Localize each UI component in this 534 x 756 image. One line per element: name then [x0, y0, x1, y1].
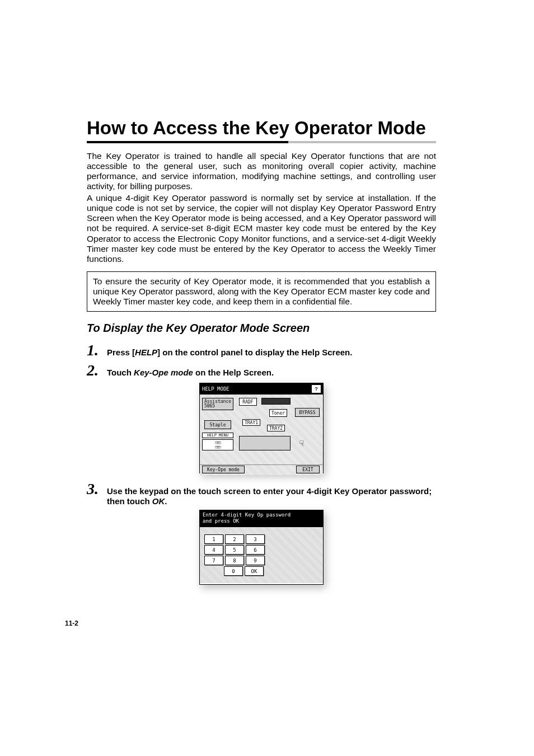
- page-title: How to Access the Key Operator Mode: [87, 118, 436, 139]
- keypad-3[interactable]: 3: [246, 534, 265, 544]
- help-menu-label: HELP MENU: [202, 433, 233, 438]
- step-1-post: ] on the control panel to display the He…: [157, 348, 352, 357]
- step-1-text: Press [HELP] on the control panel to dis…: [107, 348, 436, 358]
- paragraph-intro-2: A unique 4-digit Key Operator password i…: [87, 193, 436, 265]
- step-1-number: 1.: [87, 341, 102, 359]
- bypass-button[interactable]: BYPASS: [295, 408, 320, 417]
- keypad-0[interactable]: 0: [224, 566, 243, 576]
- keypad-5[interactable]: 5: [225, 545, 244, 555]
- question-icon: ?: [312, 385, 321, 393]
- step-2-number: 2.: [87, 361, 102, 379]
- help-menu-icon[interactable]: ▢▢▢▢▢▢: [202, 439, 233, 450]
- exit-button[interactable]: EXIT: [296, 466, 320, 473]
- keypad-area: 1 2 3 4 5 6 7 8 9 0 OK: [200, 527, 323, 583]
- staple-button[interactable]: Staple: [204, 420, 231, 429]
- keypad-8[interactable]: 8: [225, 556, 244, 565]
- tray2-button[interactable]: TRAY2: [267, 425, 285, 431]
- keypad-icon: ▢▢▢▢▢▢: [215, 440, 221, 449]
- step-3-number: 3.: [87, 480, 102, 498]
- step-3: 3. Use the keypad on the touch screen to…: [87, 480, 436, 506]
- step-2-pre: Touch: [107, 368, 134, 377]
- step-3-post: .: [165, 496, 167, 506]
- security-note-text: To ensure the security of Key Operator m…: [93, 276, 430, 307]
- assistance-button[interactable]: Assistance 5065: [202, 398, 233, 410]
- step-2-keyword: Key-Ope mode: [134, 368, 193, 377]
- keypad-ok[interactable]: OK: [245, 566, 264, 576]
- help-mode-title: HELP MODE: [202, 386, 229, 392]
- step-1-keyword: HELP: [135, 348, 157, 357]
- keypad-6[interactable]: 6: [246, 545, 265, 555]
- help-mode-screenshot: HELP MODE ? Assistance 5065 RADF Toner B…: [199, 383, 324, 473]
- password-entry-screenshot: Enter 4-digit Key Op password and press …: [199, 510, 324, 585]
- copier-body-graphic: [239, 436, 291, 450]
- step-1-pre: Press [: [107, 348, 135, 357]
- keypad-7[interactable]: 7: [204, 556, 223, 565]
- step-3-keyword: OK: [152, 496, 165, 506]
- step-2-text: Touch Key-Ope mode on the Help Screen.: [107, 368, 436, 378]
- paragraph-intro-1: The Key Operator is trained to handle al…: [87, 151, 436, 192]
- keypad-1[interactable]: 1: [204, 534, 223, 544]
- figure-help-mode-screen: HELP MODE ? Assistance 5065 RADF Toner B…: [87, 383, 436, 473]
- step-2: 2. Touch Key-Ope mode on the Help Screen…: [87, 361, 436, 379]
- radf-button[interactable]: RADF: [239, 398, 257, 406]
- tray1-button[interactable]: TRAY1: [242, 419, 260, 426]
- keypad-2[interactable]: 2: [225, 534, 244, 544]
- page-number: 11-2: [65, 619, 78, 627]
- password-screen-header: Enter 4-digit Key Op password and press …: [200, 510, 323, 527]
- keypad-4[interactable]: 4: [204, 545, 223, 555]
- section-subtitle: To Display the Key Operator Mode Screen: [87, 322, 436, 335]
- key-ope-mode-button[interactable]: Key-Ope mode: [202, 466, 245, 473]
- figure-password-screen: Enter 4-digit Key Op password and press …: [87, 510, 436, 585]
- step-2-post: on the Help Screen.: [193, 368, 274, 377]
- security-note-box: To ensure the security of Key Operator m…: [87, 271, 436, 312]
- keypad-9[interactable]: 9: [246, 556, 265, 565]
- toner-button[interactable]: Toner: [269, 409, 287, 417]
- step-3-text: Use the keypad on the touch screen to en…: [107, 486, 436, 506]
- step-1: 1. Press [HELP] on the control panel to …: [87, 341, 436, 359]
- hand-icon: ☟: [296, 437, 307, 449]
- copier-graphic-top: [261, 398, 291, 405]
- help-mode-header: HELP MODE ?: [200, 383, 323, 395]
- title-underline: [87, 141, 436, 143]
